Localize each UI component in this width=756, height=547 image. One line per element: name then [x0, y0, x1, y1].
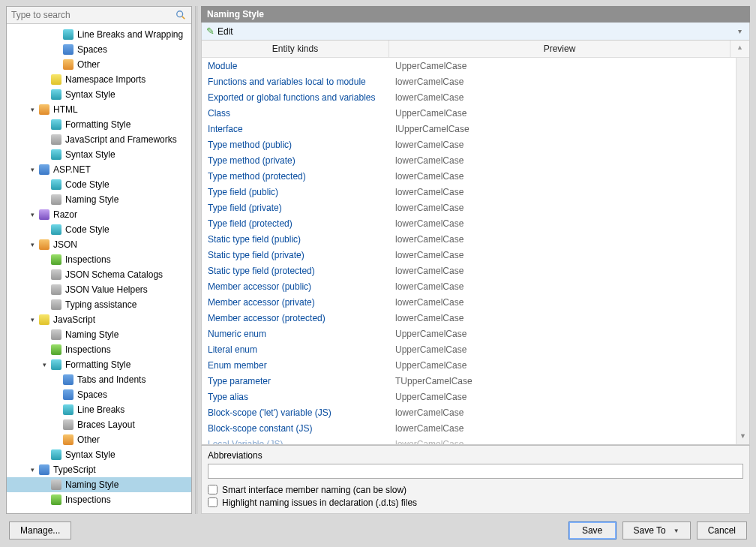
cell-preview: lowerCamelCase — [389, 203, 749, 213]
main-area: ▸Line Breaks and Wrapping▸Spaces▸Other▸N… — [0, 0, 756, 514]
search-input[interactable] — [11, 10, 175, 20]
table-row[interactable]: Block-scope ('let') variable (JS)lowerCa… — [202, 404, 749, 420]
tree-item[interactable]: ▸Namespace Imports — [7, 72, 191, 87]
splitter[interactable] — [195, 6, 198, 514]
tree-item[interactable]: ▾Formatting Style — [7, 357, 191, 372]
tree-item[interactable]: ▾HTML — [7, 102, 191, 117]
tree-item[interactable]: ▾TypeScript — [7, 462, 191, 477]
cell-entity: Type field (protected) — [202, 218, 389, 229]
table-row[interactable]: InterfaceIUpperCamelCase — [202, 121, 749, 137]
tree-item[interactable]: ▸Code Style — [7, 177, 191, 192]
checkbox-smart-interface[interactable] — [208, 485, 218, 494]
tree-item[interactable]: ▸Syntax Style — [7, 447, 191, 462]
caret-icon[interactable]: ▾ — [28, 315, 37, 324]
caret-icon[interactable]: ▾ — [28, 105, 37, 114]
tree-item[interactable]: ▾JavaScript — [7, 312, 191, 327]
tree-item[interactable]: ▸Formatting Style — [7, 117, 191, 132]
save-to-button[interactable]: Save To ▼ — [622, 521, 691, 539]
tree-item[interactable]: ▸Spaces — [7, 387, 191, 402]
checkbox-highlight-dts[interactable] — [208, 497, 218, 507]
table-row[interactable]: Enum memberUpperCamelCase — [202, 357, 749, 373]
tree-item-label: HTML — [53, 104, 78, 115]
table-row[interactable]: Local Variable (JS)lowerCamelCase — [202, 436, 749, 444]
abbreviations-input[interactable] — [208, 464, 743, 479]
tree-item[interactable]: ▸JSON Value Helpers — [7, 282, 191, 297]
tree-item[interactable]: ▸Spaces — [7, 42, 191, 57]
tree-item[interactable]: ▸Tabs and Indents — [7, 372, 191, 387]
table-row[interactable]: Member accessor (public)lowerCamelCase — [202, 278, 749, 294]
table-row[interactable]: Type field (protected)lowerCamelCase — [202, 215, 749, 231]
tree-item[interactable]: ▸Naming Style — [7, 327, 191, 342]
table-body[interactable]: ModuleUpperCamelCaseFunctions and variab… — [202, 58, 749, 444]
tree-item-label: Line Breaks — [77, 404, 124, 415]
caret-icon[interactable]: ▾ — [28, 210, 37, 219]
tree-item[interactable]: ▾ASP.NET — [7, 162, 191, 177]
check-highlight-dts[interactable]: Highlight naming issues in declaration (… — [208, 496, 743, 509]
table-row[interactable]: Static type field (protected)lowerCamelC… — [202, 263, 749, 278]
cancel-button[interactable]: Cancel — [697, 521, 747, 539]
table-row[interactable]: Member accessor (protected)lowerCamelCas… — [202, 310, 749, 326]
scrollbar[interactable]: ▼ — [736, 58, 749, 444]
tree-item-label: Namespace Imports — [65, 74, 146, 85]
manage-button[interactable]: Manage... — [9, 521, 71, 539]
cell-entity: Type alias — [202, 392, 389, 402]
table-row[interactable]: Numeric enumUpperCamelCase — [202, 326, 749, 341]
table-row[interactable]: Functions and variables local to modulel… — [202, 74, 749, 89]
table-row[interactable]: Type method (private)lowerCamelCase — [202, 152, 749, 168]
tree-item[interactable]: ▸JavaScript and Frameworks — [7, 132, 191, 147]
tree-item[interactable]: ▸Line Breaks and Wrapping — [7, 27, 191, 42]
tree-item[interactable]: ▸Syntax Style — [7, 87, 191, 102]
caret-icon[interactable]: ▾ — [28, 165, 37, 174]
collapse-icon[interactable]: ▾ — [735, 27, 745, 35]
tree-item[interactable]: ▸Line Breaks — [7, 402, 191, 417]
table-row[interactable]: Type aliasUpperCamelCase — [202, 389, 749, 404]
table-row[interactable]: Type method (protected)lowerCamelCase — [202, 168, 749, 184]
tree-item[interactable]: ▸Syntax Style — [7, 147, 191, 162]
tree-item[interactable]: ▸Inspections — [7, 342, 191, 357]
table-row[interactable]: Type parameterTUpperCamelCase — [202, 373, 749, 389]
table-row[interactable]: Type field (public)lowerCamelCase — [202, 184, 749, 200]
caret-icon[interactable]: ▾ — [28, 465, 37, 474]
scroll-up-icon[interactable]: ▲ — [730, 41, 749, 57]
table-row[interactable]: Type field (private)lowerCamelCase — [202, 200, 749, 215]
tree-item[interactable]: ▸Other — [7, 432, 191, 447]
check-smart-interface[interactable]: Smart interface member naming (can be sl… — [208, 483, 743, 496]
scroll-down-icon[interactable]: ▼ — [736, 432, 749, 444]
caret-icon[interactable]: ▾ — [40, 360, 49, 369]
save-button[interactable]: Save — [568, 521, 616, 539]
tree-item[interactable]: ▸Naming Style — [7, 192, 191, 207]
table-row[interactable]: Exported or global functions and variabl… — [202, 89, 749, 105]
table-row[interactable]: Type method (public)lowerCamelCase — [202, 137, 749, 152]
table-row[interactable]: ClassUpperCamelCase — [202, 105, 749, 121]
cell-preview: lowerCamelCase — [389, 313, 749, 323]
tree-icon — [50, 134, 62, 146]
tree-item-label: Formatting Style — [65, 359, 130, 370]
tree-item[interactable]: ▸Braces Layout — [7, 417, 191, 432]
cell-preview: lowerCamelCase — [389, 250, 749, 260]
tree-item[interactable]: ▸Inspections — [7, 492, 191, 507]
tree-item[interactable]: ▾Razor — [7, 207, 191, 222]
tree-item[interactable]: ▸Other — [7, 57, 191, 72]
table-row[interactable]: Static type field (private)lowerCamelCas… — [202, 247, 749, 263]
table-row[interactable]: Literal enumUpperCamelCase — [202, 341, 749, 357]
svg-point-0 — [177, 11, 183, 17]
col-entity[interactable]: Entity kinds — [202, 41, 389, 57]
table-row[interactable]: Block-scope constant (JS)lowerCamelCase — [202, 420, 749, 436]
tree-item[interactable]: ▾JSON — [7, 237, 191, 252]
search-box[interactable] — [7, 7, 191, 24]
tree-item[interactable]: ▸Typing assistance — [7, 297, 191, 312]
table-row[interactable]: Static type field (public)lowerCamelCase — [202, 231, 749, 247]
settings-tree[interactable]: ▸Line Breaks and Wrapping▸Spaces▸Other▸N… — [7, 24, 191, 513]
caret-icon[interactable]: ▾ — [28, 240, 37, 249]
tree-item[interactable]: ▸Naming Style — [7, 477, 191, 492]
tree-item-label: Code Style — [65, 179, 110, 190]
edit-button[interactable]: ✎ Edit — [206, 26, 233, 37]
tree-item[interactable]: ▸JSON Schema Catalogs — [7, 267, 191, 282]
tree-item-label: ASP.NET — [53, 164, 91, 175]
tree-item[interactable]: ▸Inspections — [7, 252, 191, 267]
table-row[interactable]: Member accessor (private)lowerCamelCase — [202, 294, 749, 310]
table-row[interactable]: ModuleUpperCamelCase — [202, 58, 749, 74]
col-preview[interactable]: Preview — [389, 41, 730, 57]
search-icon[interactable] — [175, 9, 187, 21]
tree-item[interactable]: ▸Code Style — [7, 222, 191, 237]
